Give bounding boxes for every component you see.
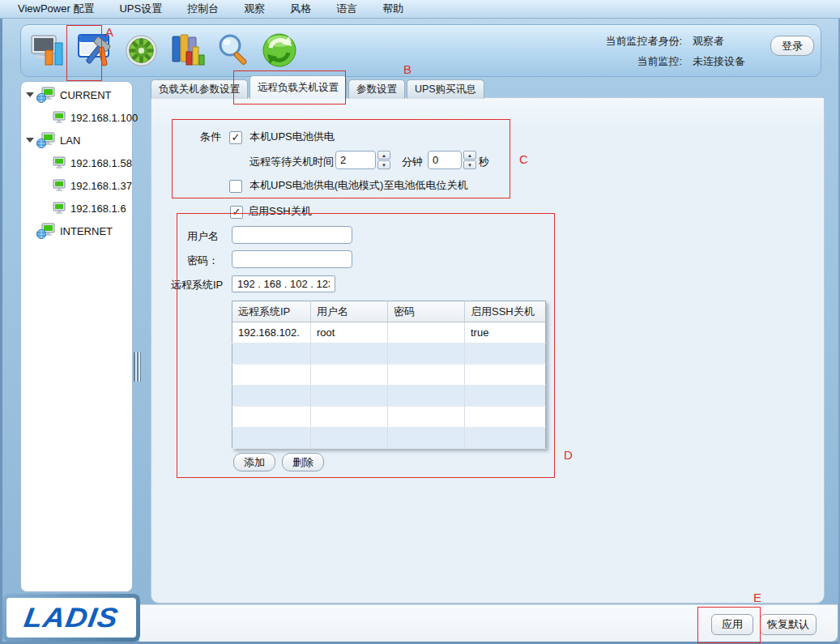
table-body: 192.168.102.roottrue [232,322,546,449]
ssh-enable-checkbox[interactable]: ✓ [230,206,243,219]
tab-1[interactable]: 远程负载关机设置 [249,75,347,99]
tree-device-label: 192.168.1.58 [70,157,132,169]
battery-power-checkbox[interactable]: ✓ [229,131,242,144]
low-battery-checkbox[interactable] [229,180,242,193]
remote-ip-input[interactable] [232,275,335,292]
table-empty-row[interactable] [232,343,546,365]
identity-label: 当前监控者身份: [605,34,682,49]
tree-device-label: 192.168.1.100 [70,112,138,124]
identity-value: 观察者 [693,34,746,49]
apply-button[interactable]: 应用 [711,614,753,635]
tree-device-192.168.1.100[interactable]: 192.168.1.100 [21,106,132,129]
table-header-cell[interactable]: 远程系统IP [232,301,311,322]
delete-button[interactable]: 删除 [282,453,324,471]
restore-defaults-button[interactable]: 恢复默认 [760,614,817,635]
toolbar-icons [29,31,299,70]
minutes-up-icon[interactable]: ▲ [377,151,390,160]
seconds-stepper: ▲ ▼ [428,151,476,169]
remote-ip-label: 远程系统IP [171,278,223,292]
network-computer-icon [36,132,56,148]
menu-item[interactable]: 语言 [336,2,357,16]
password-input[interactable] [232,250,352,268]
table-header-cell[interactable]: 密码 [388,301,465,322]
tree-group-label: CURRENT [60,89,112,101]
control-gear-icon[interactable] [122,31,160,70]
table-row[interactable]: 192.168.102.roottrue [232,322,546,343]
caret-down-icon[interactable] [26,92,34,97]
monitor-view-icon[interactable] [29,31,68,70]
monitoring-label: 当前监控: [605,54,682,69]
monitor-info: 当前监控者身份: 观察者 当前监控: 未连接设备 [605,34,746,69]
login-button[interactable]: 登录 [770,36,814,56]
tree-group-label: LAN [60,134,80,147]
menu-item[interactable]: ViewPower 配置 [18,2,94,16]
tab-3[interactable]: UPS购买讯息 [407,79,484,99]
computer-icon [52,179,66,192]
network-computer-icon [36,87,56,103]
ssh-hosts-table: 远程系统IP用户名密码启用SSH关机 192.168.102.roottrue [232,301,546,449]
computer-icon [52,202,66,215]
condition-label: 条件 [200,130,221,144]
table-header-cell[interactable]: 用户名 [311,301,388,322]
remote-shutdown-panel: 条件 ✓ 本机UPS电池供电 远程等待关机时间 ▲ ▼ 分钟 ▲ ▼ 秒 本机U… [151,97,825,603]
seconds-up-icon[interactable]: ▲ [463,151,476,160]
tab-2[interactable]: 参数设置 [348,79,405,99]
viewpower-window: ViewPower 配置UPS设置控制台观察风格语言帮助 [0,0,840,644]
tree-group-lan[interactable]: LAN [21,129,132,151]
minutes-unit-label: 分钟 [402,155,423,169]
username-input[interactable] [232,226,352,244]
search-icon[interactable] [214,31,253,70]
table-empty-row[interactable] [232,365,546,386]
tree-group-current[interactable]: CURRENT [21,83,132,106]
seconds-unit-label: 秒 [479,155,489,169]
tree-device-label: 192.168.1.6 [70,203,126,215]
tree-group-internet[interactable]: INTERNET [21,220,132,242]
password-label: 密码： [187,254,219,268]
caret-down-icon[interactable] [26,138,34,143]
add-button[interactable]: 添加 [233,453,275,471]
ssh-enable-label: 启用SSH关机 [248,204,312,219]
minutes-stepper: ▲ ▼ [335,151,390,169]
tree-device-label: 192.168.1.37 [70,180,132,192]
monitoring-value: 未连接设备 [693,54,746,69]
network-computer-icon [36,223,56,239]
settings-tools-icon[interactable] [75,31,114,70]
menu-bar: ViewPower 配置UPS设置控制台观察风格语言帮助 [0,0,840,19]
tree-device-192.168.1.58[interactable]: 192.168.1.58 [21,151,132,174]
brand-logo: LADIS [2,594,140,642]
tree-device-192.168.1.37[interactable]: 192.168.1.37 [21,174,132,197]
low-battery-label: 本机UPS电池供电(电池模式)至电池低电位关机 [249,178,467,193]
wait-time-label: 远程等待关机时间 [249,155,334,169]
table-empty-row[interactable] [232,428,546,449]
minutes-input[interactable] [335,151,376,169]
logo-text: LADIS [22,602,121,633]
minutes-down-icon[interactable]: ▼ [377,160,390,169]
panel-splitter [133,81,142,592]
menu-item[interactable]: 控制台 [187,2,219,16]
table-header-row: 远程系统IP用户名密码启用SSH关机 [232,301,546,322]
tree-device-192.168.1.6[interactable]: 192.168.1.6 [21,197,132,220]
table-empty-row[interactable] [232,407,546,428]
splitter-grip-handle[interactable] [134,352,141,382]
tab-bar: 负载关机参数设置远程负载关机设置参数设置UPS购买讯息 [151,76,486,99]
device-tree: CURRENT192.168.1.100LAN192.168.1.58192.1… [20,81,133,592]
menu-item[interactable]: 观察 [244,2,265,16]
tree-group-label: INTERNET [60,225,113,237]
username-label: 用户名 [187,229,219,244]
refresh-icon[interactable] [260,31,299,70]
battery-power-label: 本机UPS电池供电 [249,130,335,144]
menu-item[interactable]: 帮助 [382,2,403,16]
menu-item[interactable]: UPS设置 [119,2,162,16]
computer-icon [52,111,66,124]
table-header-cell[interactable]: 启用SSH关机 [465,301,546,322]
toolbar: 当前监控者身份: 观察者 当前监控: 未连接设备 登录 [20,24,821,77]
menu-item[interactable]: 风格 [290,2,311,16]
tab-0[interactable]: 负载关机参数设置 [151,79,248,99]
table-empty-row[interactable] [232,386,546,407]
computer-icon [52,156,66,169]
report-books-icon[interactable] [168,31,207,70]
seconds-down-icon[interactable]: ▼ [463,160,476,169]
seconds-input[interactable] [428,151,462,169]
